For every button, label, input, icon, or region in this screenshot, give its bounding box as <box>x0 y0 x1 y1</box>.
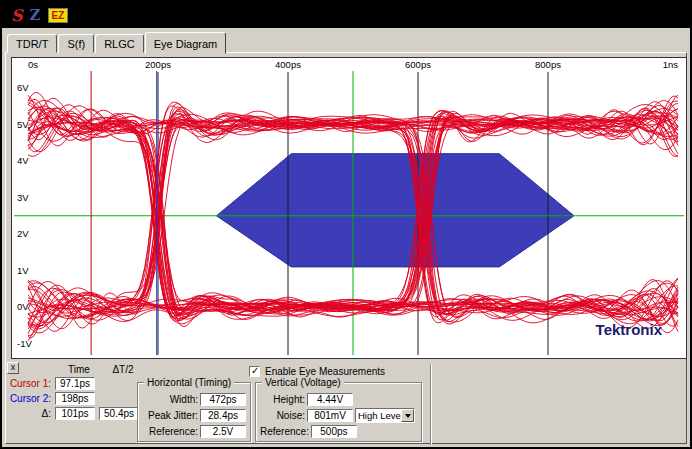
x-tick-label: 800ps <box>535 59 561 70</box>
enable-eye-measurements-label: Enable Eye Measurements <box>265 366 385 377</box>
cursor2-label: Cursor 2: <box>9 393 55 404</box>
peak-jitter-value: 28.4ps <box>200 409 246 422</box>
noise-label: Noise: <box>260 410 305 421</box>
time-column-header: Time <box>59 364 99 375</box>
noise-level-selected: High Level <box>358 410 403 421</box>
delta-label: Δ: <box>9 408 55 419</box>
y-tick-label: -1V <box>17 338 32 349</box>
cursor1-label: Cursor 1: <box>9 378 55 389</box>
tab-tdr-t[interactable]: TDR/T <box>7 34 57 53</box>
noise-level-dropdown[interactable]: High Level <box>355 408 415 423</box>
width-label: Width: <box>142 394 198 405</box>
x-tick-label: 400ps <box>275 59 301 70</box>
x-tick-label: 1ns <box>663 59 679 70</box>
app-window: S Z EZ TDR/T S(f) RLGC Eye Diagram 0s200… <box>0 0 692 449</box>
eye-diagram-svg[interactable]: 0s200ps400ps600ps800ps1ns6V5V4V3V2V1V0V-… <box>12 58 686 358</box>
chevron-down-icon <box>405 414 411 418</box>
cursor-column-headers: Time ΔT/2 <box>59 364 154 375</box>
cursor1-time-value: 97.1ps <box>55 377 95 390</box>
title-bar: S Z EZ <box>2 2 690 28</box>
logo-ez: EZ <box>48 8 69 23</box>
horizontal-reference-input[interactable]: 2.5V <box>200 425 246 438</box>
height-row: Height: 4.44V <box>260 392 417 407</box>
cursor2-row: Cursor 2: 198ps <box>9 392 154 405</box>
tab-eye-diagram[interactable]: Eye Diagram <box>145 32 227 54</box>
width-value: 472ps <box>200 393 246 406</box>
vertical-reference-label: Reference: <box>260 426 309 437</box>
horizontal-timing-title: Horizontal (Timing) <box>144 377 234 388</box>
tab-bar: TDR/T S(f) RLGC Eye Diagram <box>7 31 227 53</box>
y-tick-label: 3V <box>17 192 29 203</box>
height-label: Height: <box>260 394 305 405</box>
x-tick-label: 200ps <box>145 59 171 70</box>
delta-half-value: 50.4ps <box>99 407 139 420</box>
dropdown-arrow-button[interactable] <box>401 409 414 422</box>
vertical-voltage-group: Vertical (Voltage) Height: 4.44V Noise: … <box>255 382 422 442</box>
enable-eye-measurements-row: Enable Eye Measurements <box>249 366 385 377</box>
peak-jitter-row: Peak Jitter: 28.4ps <box>142 408 246 423</box>
cursor1-row: Cursor 1: 97.1ps <box>9 377 154 390</box>
cursor2-time-value: 198ps <box>55 392 95 405</box>
delta-t-half-column-header: ΔT/2 <box>103 364 143 375</box>
vertical-reference-row: Reference: 500ps <box>260 424 417 439</box>
tab-content-panel: 0s200ps400ps600ps800ps1ns6V5V4V3V2V1V0V-… <box>5 52 687 444</box>
y-tick-label: 0V <box>17 301 29 312</box>
cursor-readout-panel: Time ΔT/2 Cursor 1: 97.1ps Cursor 2: 198… <box>9 364 154 420</box>
delta-time-value: 101ps <box>55 407 95 420</box>
width-row: Width: 472ps <box>142 392 246 407</box>
vertical-reference-input[interactable]: 500ps <box>311 425 357 438</box>
vertical-voltage-title: Vertical (Voltage) <box>262 377 344 388</box>
eye-diagram-plot[interactable]: 0s200ps400ps600ps800ps1ns6V5V4V3V2V1V0V-… <box>11 57 687 359</box>
tab-s-f[interactable]: S(f) <box>58 34 94 53</box>
y-tick-label: 6V <box>17 82 29 93</box>
height-value: 4.44V <box>307 393 353 406</box>
delta-row: Δ: 101ps 50.4ps <box>9 407 154 420</box>
peak-jitter-label: Peak Jitter: <box>142 410 198 421</box>
x-tick-label: 0s <box>28 59 38 70</box>
y-tick-label: 1V <box>17 265 29 276</box>
noise-value: 801mV <box>307 409 353 422</box>
panel-divider <box>430 365 432 445</box>
x-tick-label: 600ps <box>405 59 431 70</box>
horizontal-reference-label: Reference: <box>142 426 198 437</box>
y-tick-label: 4V <box>17 155 29 166</box>
horizontal-timing-group: Horizontal (Timing) Width: 472ps Peak Ji… <box>137 382 251 442</box>
logo-s: S <box>11 6 23 25</box>
noise-row: Noise: 801mV High Level <box>260 408 417 423</box>
enable-eye-measurements-checkbox[interactable] <box>249 366 260 377</box>
horizontal-reference-row: Reference: 2.5V <box>142 424 246 439</box>
eye-mask-hexagon <box>217 154 575 267</box>
tektronix-logo: Tektronix <box>596 321 663 338</box>
tab-rlgc[interactable]: RLGC <box>95 34 144 53</box>
y-tick-label: 5V <box>17 119 29 130</box>
y-tick-label: 2V <box>17 228 29 239</box>
logo-z: Z <box>30 6 41 24</box>
